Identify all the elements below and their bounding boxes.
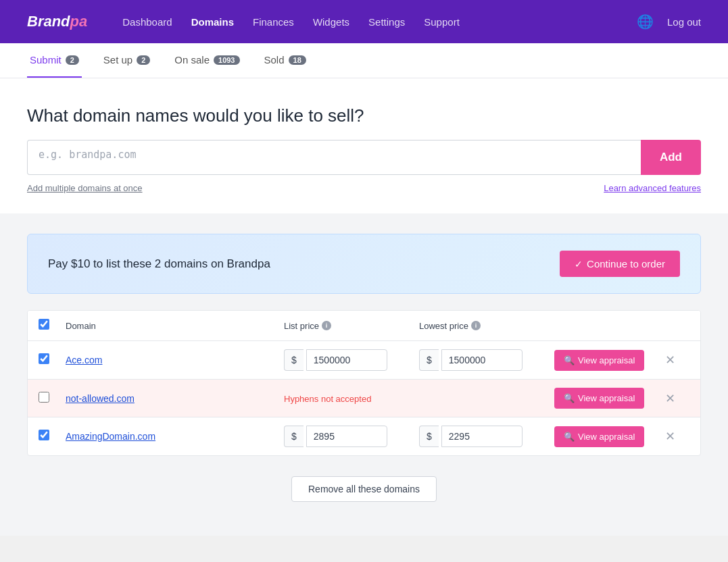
domain-input[interactable] (27, 140, 641, 175)
row1-lowest-price-cell: $ (419, 349, 554, 371)
dollar-prefix-2: $ (419, 349, 439, 371)
tab-sold[interactable]: Sold 18 (262, 43, 309, 78)
select-all-checkbox[interactable] (39, 319, 49, 330)
search-icon: 🔍 (564, 432, 575, 442)
language-icon[interactable]: 🌐 (637, 14, 654, 30)
row2-checkbox[interactable] (39, 392, 49, 403)
tab-setup[interactable]: Set up 2 (101, 43, 153, 78)
check-icon: ✓ (575, 259, 583, 270)
row2-remove-button[interactable]: ✕ (662, 388, 678, 409)
row3-appraisal-button[interactable]: 🔍 View appraisal (554, 426, 644, 447)
row3-checkbox[interactable] (39, 430, 49, 440)
row3-lowest-price-input[interactable] (441, 426, 523, 447)
main-nav: Dashboard Domains Finances Widgets Setti… (122, 16, 615, 28)
logo: Brandpa (27, 13, 87, 30)
continue-order-button[interactable]: ✓ Continue to order (560, 251, 680, 277)
nav-settings[interactable]: Settings (368, 16, 405, 28)
payment-text: Pay $10 to list these 2 domains on Brand… (48, 257, 270, 271)
dollar-prefix-3: $ (284, 426, 304, 447)
table-row: not-allowed.com Hyphens not accepted 🔍 V… (28, 380, 700, 417)
nav-support[interactable]: Support (424, 16, 460, 28)
form-title: What domain names would you like to sell… (27, 105, 701, 126)
row3-lowest-price-cell: $ (419, 426, 554, 447)
tab-submit[interactable]: Submit 2 (27, 43, 82, 78)
row1-list-price-input[interactable] (306, 349, 387, 371)
remove-all-button[interactable]: Remove all these domains (291, 476, 437, 502)
row1-lowest-price-input[interactable] (441, 349, 523, 371)
gray-section: Pay $10 to list these 2 domains on Brand… (0, 213, 728, 536)
row3-list-price-input[interactable] (306, 426, 387, 447)
nav-widgets[interactable]: Widgets (313, 16, 349, 28)
search-icon: 🔍 (564, 355, 575, 365)
domain-form-section: What domain names would you like to sell… (0, 78, 728, 213)
row1-list-price-cell: $ (284, 349, 419, 371)
sold-badge: 18 (289, 55, 306, 65)
onsale-badge: 1093 (214, 55, 239, 65)
learn-advanced-link[interactable]: Learn advanced features (604, 183, 701, 193)
lowest-price-info-icon[interactable]: i (471, 321, 481, 330)
nav-finances[interactable]: Finances (253, 16, 294, 28)
row3-list-price-cell: $ (284, 426, 419, 447)
domain-link-not-allowed[interactable]: not-allowed.com (66, 393, 135, 404)
error-text: Hyphens not accepted (284, 394, 371, 404)
nav-domains[interactable]: Domains (191, 16, 234, 28)
dollar-prefix-4: $ (419, 426, 439, 447)
remove-all-row: Remove all these domains (27, 456, 701, 515)
table-row: Ace.com $ $ 🔍 View appraisal ✕ (28, 341, 700, 380)
domain-link-ace[interactable]: Ace.com (66, 355, 102, 365)
row1-appraisal-button[interactable]: 🔍 View appraisal (554, 350, 644, 371)
submit-badge: 2 (66, 55, 79, 65)
domain-link-amazing[interactable]: AmazingDomain.com (66, 431, 155, 442)
add-multiple-link[interactable]: Add multiple domains at once (27, 183, 143, 193)
payment-banner: Pay $10 to list these 2 domains on Brand… (27, 234, 701, 294)
row2-appraisal-button[interactable]: 🔍 View appraisal (554, 388, 644, 409)
list-price-col-header: List price i (284, 321, 419, 331)
domain-table: Domain List price i Lowest price i Ace.c… (27, 310, 701, 456)
row3-remove-button[interactable]: ✕ (662, 426, 678, 446)
add-button[interactable]: Add (641, 140, 701, 175)
domain-col-header: Domain (66, 321, 284, 331)
tab-on-sale[interactable]: On sale 1093 (172, 43, 242, 78)
list-price-info-icon[interactable]: i (322, 321, 331, 330)
row1-checkbox[interactable] (39, 353, 49, 364)
logout-button[interactable]: Log out (667, 16, 701, 28)
setup-badge: 2 (137, 55, 150, 65)
table-row: AmazingDomain.com $ $ 🔍 View appraisal ✕ (28, 417, 700, 455)
row1-remove-button[interactable]: ✕ (662, 350, 678, 370)
search-icon: 🔍 (564, 393, 575, 403)
lowest-price-col-header: Lowest price i (419, 321, 554, 331)
dollar-prefix-1: $ (284, 349, 304, 371)
tabs-container: Submit 2 Set up 2 On sale 1093 Sold 18 (0, 43, 728, 78)
nav-dashboard[interactable]: Dashboard (122, 16, 172, 28)
table-header: Domain List price i Lowest price i (28, 311, 700, 341)
